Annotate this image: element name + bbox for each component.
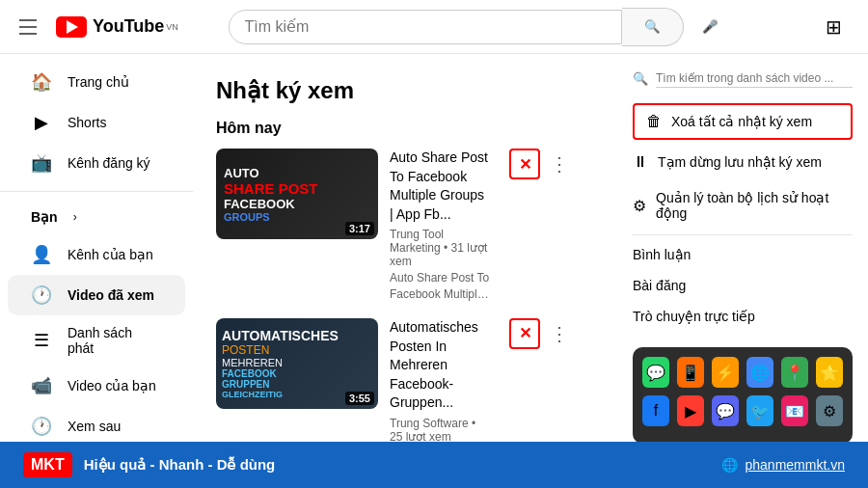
bottom-bar: MKT Hiệu quả - Nhanh - Dễ dùng 🌐 phanmem… xyxy=(0,442,868,488)
app-icon-6[interactable]: ⭐ xyxy=(816,357,843,388)
app-icon-13[interactable]: ⚙ xyxy=(816,395,843,426)
app-icon-2[interactable]: 📱 xyxy=(677,357,704,388)
thumb2-line4: FACEBOOK xyxy=(222,368,372,379)
sidebar-item-video-cua-ban[interactable]: 📹 Video của bạn xyxy=(8,366,185,406)
thumbnail-1[interactable]: AUTO SHARE POST FACEBOOK GROUPS 3:17 xyxy=(216,149,378,239)
discord-icon[interactable]: 💬 xyxy=(712,395,739,426)
add-video-button[interactable]: ⊞ xyxy=(814,8,853,46)
sidebar-label-kenh-dang-ky: Kênh đăng ký xyxy=(68,155,150,171)
pause-history-label: Tạm dừng lưu nhật ký xem xyxy=(658,154,822,170)
home-icon: 🏠 xyxy=(31,71,52,93)
search-icon: 🔍 xyxy=(644,19,661,34)
video-desc-1: Auto Share Post To Facebook Multiple Gro… xyxy=(390,270,490,303)
facebook-icon[interactable]: f xyxy=(642,395,669,426)
remove-v2-button[interactable]: ✕ xyxy=(509,318,540,349)
manage-history-button[interactable]: ⚙ Quản lý toàn bộ lịch sử hoạt động xyxy=(633,180,853,230)
sidebar-label-danh-sach-phat: Danh sách phát xyxy=(68,325,162,356)
twitter-icon[interactable]: 🐦 xyxy=(746,395,773,426)
video-actions-1: ✕ ⋮ xyxy=(509,149,575,179)
link-binh-luan[interactable]: Bình luận xyxy=(633,239,853,270)
remove-v1-button[interactable]: ✕ xyxy=(509,149,540,179)
app-grid: 💬 📱 ⚡ 🌐 📍 ⭐ f ▶ 💬 🐦 📧 ⚙ xyxy=(633,347,853,442)
search-input[interactable] xyxy=(245,18,606,36)
globe-icon: 🌐 xyxy=(721,457,738,473)
sidebar-label-shorts: Shorts xyxy=(68,115,106,130)
more-v1-button[interactable]: ⋮ xyxy=(544,149,575,179)
thumb1-post: FACEBOOK xyxy=(224,197,370,211)
youtube-logo[interactable]: YouTubeVN xyxy=(56,16,178,38)
dot-separator-1: • xyxy=(444,241,451,255)
video-info-2: Automatisches Posten In Mehreren Faceboo… xyxy=(390,318,490,442)
maps-icon[interactable]: 📍 xyxy=(781,357,808,388)
link-tro-chuyen[interactable]: Trò chuyện trực tiếp xyxy=(633,301,853,332)
sidebar-item-danh-sach-phat[interactable]: ☰ Danh sách phát xyxy=(8,315,185,366)
video-actions-2: ✕ ⋮ xyxy=(509,318,575,349)
add-icon: ⊞ xyxy=(826,15,842,39)
section-today: Hôm nay xyxy=(216,120,575,137)
app-grid-container: 💬 📱 ⚡ 🌐 📍 ⭐ f ▶ 💬 🐦 📧 ⚙ xyxy=(633,347,853,442)
thumb1-share: SHARE POST xyxy=(224,180,370,197)
sidebar-item-xem-sau[interactable]: 🕐 Xem sau xyxy=(8,406,185,442)
more-v2-button[interactable]: ⋮ xyxy=(544,318,575,349)
header-right: ⊞ xyxy=(814,8,853,46)
views-v2: 25 lượt xem xyxy=(390,430,451,442)
bottom-right: 🌐 phanmemmkt.vn xyxy=(721,457,845,473)
thumb2-duration: 3:55 xyxy=(345,392,374,405)
main-content: Nhật ký xem Hôm nay AUTO SHARE POST FACE… xyxy=(193,54,598,442)
yt-icon xyxy=(56,16,87,38)
video-info-1: Auto Share Post To Facebook Multiple Gro… xyxy=(390,149,490,303)
pause-icon: ⏸ xyxy=(633,153,648,171)
video-icon: 📹 xyxy=(31,375,52,396)
thumb2-line1: AUTOMATISCHES xyxy=(222,328,372,343)
sidebar-label-xem-sau: Xem sau xyxy=(68,419,121,434)
sidebar-item-trang-chu[interactable]: 🏠 Trang chủ xyxy=(8,62,185,102)
channel-name-v2: Trung Software xyxy=(390,417,469,430)
shorts-icon: ▶ xyxy=(31,112,52,133)
clear-history-button[interactable]: 🗑 Xoá tất cả nhật ký xem xyxy=(635,105,851,138)
search-history-input[interactable] xyxy=(656,69,853,88)
app-icon-8[interactable]: ▶ xyxy=(677,395,704,426)
clear-history-label: Xoá tất cả nhật ký xem xyxy=(671,114,812,129)
yt-play-icon xyxy=(67,20,78,34)
thumb1-duration: 3:17 xyxy=(345,222,374,235)
trash-icon: 🗑 xyxy=(646,113,662,130)
video-title-1[interactable]: Auto Share Post To Facebook Multiple Gro… xyxy=(390,149,490,224)
sidebar-label-video-da-xem: Video đã xem xyxy=(68,287,154,303)
ban-chevron-icon: › xyxy=(73,210,77,224)
dot-separator-2: • xyxy=(472,417,475,430)
mic-button[interactable]: 🎤 xyxy=(692,8,730,46)
website-link[interactable]: phanmemmkt.vn xyxy=(746,457,845,473)
right-panel-divider xyxy=(633,234,853,235)
sidebar-item-kenh-dang-ky[interactable]: 📺 Kênh đăng ký xyxy=(8,143,185,183)
header-left: YouTubeVN xyxy=(15,15,178,39)
hamburger-button[interactable] xyxy=(15,15,41,39)
settings-icon: ⚙ xyxy=(633,197,646,215)
search-button[interactable]: 🔍 xyxy=(622,8,684,46)
clear-history-box: 🗑 Xoá tất cả nhật ký xem xyxy=(633,103,853,140)
bottom-left: MKT Hiệu quả - Nhanh - Dễ dùng xyxy=(23,452,275,477)
thumb2-line5: GRUPPEN xyxy=(222,379,372,390)
sidebar-ban-header[interactable]: Bạn › xyxy=(8,200,185,234)
mic-icon: 🎤 xyxy=(702,19,719,34)
pause-history-button[interactable]: ⏸ Tạm dừng lưu nhật ký xem xyxy=(633,144,853,180)
sidebar-item-shorts[interactable]: ▶ Shorts xyxy=(8,102,185,143)
video-channel-2: Trung Software • 25 lượt xem xyxy=(390,417,490,442)
sidebar-item-kenh-cua-ban[interactable]: 👤 Kênh của bạn xyxy=(8,234,185,275)
thumb1-fb: GROUPS xyxy=(224,211,370,223)
sidebar-label-trang-chu: Trang chủ xyxy=(68,74,129,90)
video-title-2[interactable]: Automatisches Posten In Mehreren Faceboo… xyxy=(390,318,490,413)
right-panel: 🔍 🗑 Xoá tất cả nhật ký xem ⏸ Tạm dừng lư… xyxy=(617,54,868,442)
search-bar: 🔍 🎤 xyxy=(229,8,730,46)
app-icon-3[interactable]: ⚡ xyxy=(712,357,739,388)
sidebar-item-video-da-xem[interactable]: 🕐 Video đã xem xyxy=(8,275,185,315)
chrome-icon[interactable]: 🌐 xyxy=(746,357,773,388)
app-icon-12[interactable]: 📧 xyxy=(781,395,808,426)
app-row-1: 💬 📱 ⚡ 🌐 📍 ⭐ xyxy=(642,357,843,388)
thumb2-line3: MEHREREN xyxy=(222,357,372,368)
whatsapp-icon[interactable]: 💬 xyxy=(642,357,669,388)
thumbnail-2[interactable]: AUTOMATISCHES POSTEN MEHREREN FACEBOOK G… xyxy=(216,318,378,409)
subscribe-icon: 📺 xyxy=(31,152,52,174)
search-history-icon: 🔍 xyxy=(633,71,648,86)
logo-vn: VN xyxy=(166,22,178,32)
link-bai-dang[interactable]: Bài đăng xyxy=(633,270,853,301)
